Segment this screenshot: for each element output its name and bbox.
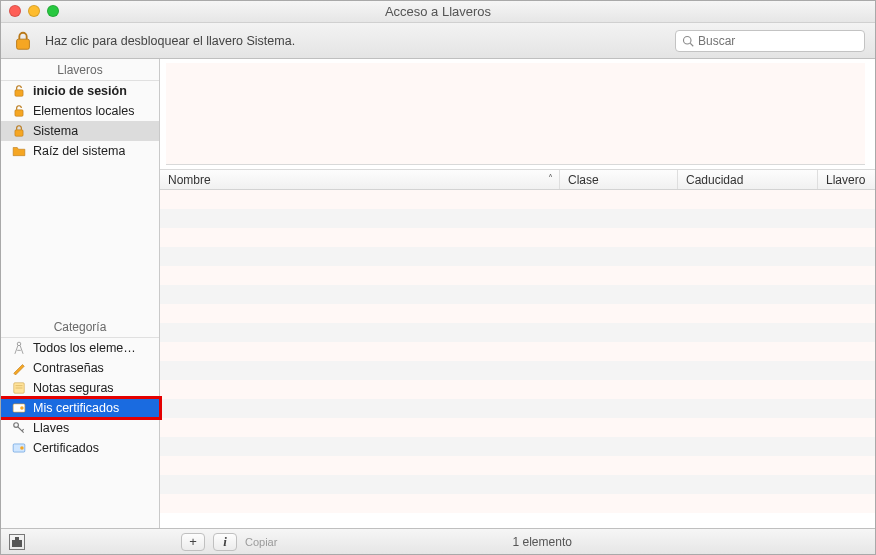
keychain-label: Sistema (33, 124, 78, 138)
svg-point-14 (20, 446, 24, 450)
window-controls (9, 5, 59, 17)
category-label: Contraseñas (33, 361, 104, 375)
table-row[interactable] (160, 209, 875, 228)
svg-point-11 (20, 406, 24, 410)
keychain-item-local[interactable]: Elementos locales (1, 101, 159, 121)
table-row[interactable] (160, 304, 875, 323)
compass-icon (11, 340, 27, 356)
preview-toggle-icon[interactable] (9, 534, 25, 550)
status-text: 1 elemento (285, 535, 799, 549)
svg-rect-15 (12, 540, 22, 547)
window-title: Acceso a Llaveros (385, 4, 491, 19)
key-pencil-icon (11, 360, 27, 376)
body: Llaveros inicio de sesión Elementos loca… (1, 59, 875, 528)
column-header-caducidad[interactable]: Caducidad (678, 170, 818, 189)
table-row[interactable] (160, 380, 875, 399)
toolbar: Haz clic para desbloquear el llavero Sis… (1, 23, 875, 59)
cert-icon (11, 440, 27, 456)
table-row[interactable] (160, 228, 875, 247)
copy-button[interactable]: Copiar (245, 536, 277, 548)
table-body[interactable] (160, 190, 875, 528)
svg-rect-4 (15, 110, 23, 116)
note-icon (11, 380, 27, 396)
keychain-label: Elementos locales (33, 104, 134, 118)
table-row[interactable] (160, 418, 875, 437)
column-header-nombre[interactable]: Nombre (160, 170, 560, 189)
table-row[interactable] (160, 399, 875, 418)
svg-rect-5 (15, 130, 23, 136)
table-row[interactable] (160, 342, 875, 361)
table-row[interactable] (160, 456, 875, 475)
unlock-icon (11, 103, 27, 119)
svg-rect-3 (15, 90, 23, 96)
category-label: Todos los eleme… (33, 341, 136, 355)
svg-line-2 (690, 43, 693, 46)
unlock-icon (11, 83, 27, 99)
table-row[interactable] (160, 266, 875, 285)
add-button[interactable]: + (181, 533, 205, 551)
category-item-notes[interactable]: Notas seguras (1, 378, 159, 398)
table-row[interactable] (160, 437, 875, 456)
category-label: Mis certificados (33, 401, 119, 415)
zoom-window-button[interactable] (47, 5, 59, 17)
keychain-item-system[interactable]: Sistema (1, 121, 159, 141)
key-icon (11, 420, 27, 436)
svg-rect-16 (15, 537, 19, 540)
table-row[interactable] (160, 247, 875, 266)
category-item-certs[interactable]: Certificados (1, 438, 159, 458)
table-header: Nombre Clase Caducidad Llavero (160, 170, 875, 190)
lock-icon (11, 123, 27, 139)
table-row[interactable] (160, 323, 875, 342)
svg-point-1 (684, 36, 692, 44)
svg-rect-0 (17, 39, 30, 49)
category-item-passwords[interactable]: Contraseñas (1, 358, 159, 378)
minimize-window-button[interactable] (28, 5, 40, 17)
search-icon (682, 35, 694, 47)
svg-point-12 (14, 423, 19, 428)
sidebar: Llaveros inicio de sesión Elementos loca… (1, 59, 160, 528)
column-header-clase[interactable]: Clase (560, 170, 678, 189)
sidebar-header-category: Categoría (1, 316, 159, 338)
table-row[interactable] (160, 285, 875, 304)
detail-pane (166, 63, 865, 165)
svg-point-6 (17, 342, 21, 346)
category-item-my-certs[interactable]: Mis certificados (1, 398, 159, 418)
table-row[interactable] (160, 475, 875, 494)
category-item-keys[interactable]: Llaves (1, 418, 159, 438)
column-header-llavero[interactable]: Llavero (818, 170, 875, 189)
cert-icon (11, 400, 27, 416)
keychains-list: inicio de sesión Elementos locales Siste… (1, 81, 159, 161)
items-table: Nombre Clase Caducidad Llavero (160, 169, 875, 528)
category-label: Notas seguras (33, 381, 114, 395)
category-label: Llaves (33, 421, 69, 435)
table-row[interactable] (160, 190, 875, 209)
sidebar-header-keychains: Llaveros (1, 59, 159, 81)
keychain-item-login[interactable]: inicio de sesión (1, 81, 159, 101)
lock-icon[interactable] (11, 29, 35, 53)
keychain-label: Raíz del sistema (33, 144, 125, 158)
footer: + i Copiar 1 elemento (1, 528, 875, 554)
table-row[interactable] (160, 494, 875, 513)
folder-icon (11, 143, 27, 159)
unlock-hint: Haz clic para desbloquear el llavero Sis… (45, 34, 295, 48)
keychain-item-systemroot[interactable]: Raíz del sistema (1, 141, 159, 161)
keychain-access-window: Acceso a Llaveros Haz clic para desbloqu… (0, 0, 876, 555)
category-label: Certificados (33, 441, 99, 455)
category-list: Todos los eleme… Contraseñas Notas segur… (1, 338, 159, 528)
main-pane: Nombre Clase Caducidad Llavero (160, 59, 875, 528)
category-item-all[interactable]: Todos los eleme… (1, 338, 159, 358)
close-window-button[interactable] (9, 5, 21, 17)
search-field[interactable] (675, 30, 865, 52)
titlebar: Acceso a Llaveros (1, 1, 875, 23)
search-input[interactable] (698, 34, 858, 48)
info-button[interactable]: i (213, 533, 237, 551)
keychain-label: inicio de sesión (33, 84, 127, 98)
table-row[interactable] (160, 361, 875, 380)
